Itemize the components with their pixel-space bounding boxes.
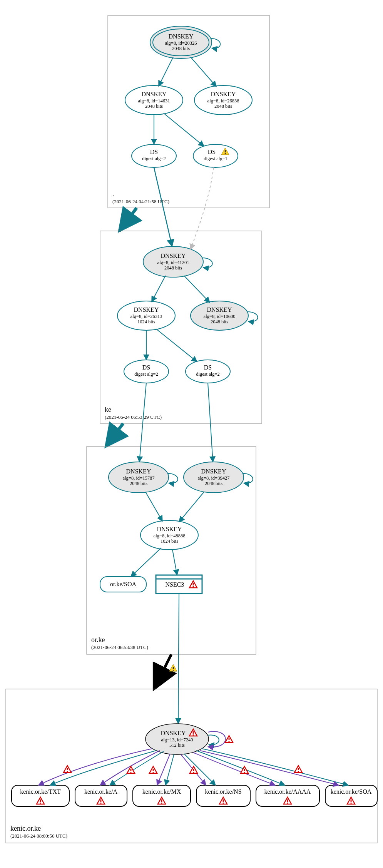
svg-text:512 bits: 512 bits (169, 743, 185, 748)
node-root-k1: DNSKEY alg=8, id=14631 2048 bits (125, 85, 183, 115)
svg-text:1024 bits: 1024 bits (161, 539, 178, 544)
svg-text:digest alg=2: digest alg=2 (134, 371, 158, 377)
node-orke-soa: or.ke/SOA (100, 577, 146, 592)
svg-text:DNSKEY: DNSKEY (142, 91, 167, 97)
svg-text:alg=8, id=10600: alg=8, id=10600 (204, 314, 236, 319)
svg-text:DS: DS (204, 364, 212, 371)
node-kenic-ns: kenic.or.ke/NS (196, 785, 250, 806)
svg-text:alg=8, id=41201: alg=8, id=41201 (157, 260, 189, 265)
svg-text:digest alg=2: digest alg=2 (196, 371, 220, 377)
error-icon (294, 766, 302, 773)
warning-icon (169, 664, 177, 671)
svg-text:alg=8, id=26313: alg=8, id=26313 (130, 314, 162, 319)
zone-root: . (2021-06-24 04:21:58 UTC) DNSKEY alg=8… (108, 15, 269, 208)
svg-text:kenic.or.ke/NS: kenic.or.ke/NS (205, 788, 241, 795)
svg-text:(2021-06-24 06:53:38 UTC): (2021-06-24 06:53:38 UTC) (91, 644, 148, 650)
node-kenic-aaaa: kenic.or.ke/AAAA (256, 785, 319, 806)
node-root-ksk: DNSKEY alg=8, id=20326 2048 bits (150, 26, 212, 59)
svg-text:DNSKEY: DNSKEY (161, 253, 186, 259)
error-icon (225, 736, 233, 743)
svg-text:alg=8, id=48888: alg=8, id=48888 (154, 533, 186, 539)
zone-kenic: kenic.or.ke (2021-06-24 08:00:56 UTC) DN… (6, 689, 377, 843)
svg-text:DS: DS (208, 149, 216, 155)
node-orke-nsec3: NSEC3 (156, 575, 202, 594)
svg-rect-69 (6, 689, 377, 843)
node-orke-k1: DNSKEY alg=8, id=15787 2048 bits (109, 462, 169, 493)
node-root-ds2: DS digest alg=1 (193, 144, 238, 167)
node-kenic-k: DNSKEY alg=13, id=7240 512 bits (146, 724, 209, 754)
error-icon (64, 766, 71, 773)
svg-text:DNSKEY: DNSKEY (169, 33, 194, 40)
svg-text:(2021-06-24 08:00:56 UTC): (2021-06-24 08:00:56 UTC) (10, 833, 67, 839)
svg-text:2048 bits: 2048 bits (164, 265, 182, 271)
svg-text:alg=8, id=20326: alg=8, id=20326 (165, 40, 197, 46)
svg-text:2048 bits: 2048 bits (172, 46, 190, 51)
svg-text:alg=8, id=39427: alg=8, id=39427 (198, 475, 230, 481)
svg-text:kenic.or.ke/SOA: kenic.or.ke/SOA (331, 788, 372, 795)
svg-text:digest alg=2: digest alg=2 (142, 156, 166, 161)
node-orke-k3: DNSKEY alg=8, id=48888 1024 bits (140, 520, 198, 550)
error-icon (149, 766, 157, 773)
svg-text:kenic.or.ke/AAAA: kenic.or.ke/AAAA (264, 788, 311, 795)
svg-text:DNSKEY: DNSKEY (207, 306, 232, 313)
svg-text:alg=8, id=15787: alg=8, id=15787 (123, 475, 155, 481)
svg-text:kenic.or.ke/MX: kenic.or.ke/MX (142, 788, 181, 795)
node-kenic-soa: kenic.or.ke/SOA (325, 785, 377, 806)
node-ke-ds2: DS digest alg=2 (186, 360, 230, 383)
svg-text:kenic.or.ke: kenic.or.ke (10, 825, 41, 832)
svg-text:DNSKEY: DNSKEY (157, 526, 182, 532)
svg-text:kenic.or.ke/A: kenic.or.ke/A (84, 788, 118, 795)
svg-text:alg=13, id=7240: alg=13, id=7240 (161, 737, 193, 743)
node-kenic-a: kenic.or.ke/A (75, 785, 127, 806)
error-icon (190, 766, 197, 773)
svg-text:1024 bits: 1024 bits (137, 319, 155, 324)
svg-text:.: . (112, 190, 114, 198)
svg-text:DNSKEY: DNSKEY (201, 468, 226, 475)
node-ke-ksk: DNSKEY alg=8, id=41201 2048 bits (143, 246, 203, 277)
svg-text:2048 bits: 2048 bits (145, 104, 163, 109)
svg-text:DNSKEY: DNSKEY (126, 468, 151, 475)
svg-text:DS: DS (142, 364, 150, 371)
svg-text:2048 bits: 2048 bits (211, 319, 228, 324)
zone-orke: or.ke (2021-06-24 06:53:38 UTC) DNSKEY a… (87, 383, 256, 654)
node-orke-k2: DNSKEY alg=8, id=39427 2048 bits (184, 462, 244, 493)
node-root-ds1: DS digest alg=2 (132, 144, 176, 167)
svg-text:kenic.or.ke/TXT: kenic.or.ke/TXT (20, 788, 61, 795)
svg-text:ke: ke (105, 406, 111, 413)
svg-text:2048 bits: 2048 bits (130, 481, 147, 486)
svg-text:(2021-06-24 06:53:29 UTC): (2021-06-24 06:53:29 UTC) (105, 414, 162, 420)
svg-text:2048 bits: 2048 bits (205, 481, 222, 486)
svg-text:NSEC3: NSEC3 (166, 581, 184, 588)
svg-text:alg=8, id=14631: alg=8, id=14631 (138, 98, 170, 104)
svg-text:or.ke: or.ke (91, 636, 105, 644)
node-root-k2: DNSKEY alg=8, id=26838 2048 bits (194, 85, 252, 115)
node-kenic-mx: kenic.or.ke/MX (133, 785, 191, 806)
node-kenic-txt: kenic.or.ke/TXT (12, 785, 69, 806)
svg-text:DNSKEY: DNSKEY (211, 91, 236, 97)
node-ke-k2: DNSKEY alg=8, id=10600 2048 bits (191, 301, 248, 330)
zone-ke: ke (2021-06-24 06:53:29 UTC) DNSKEY alg=… (100, 167, 262, 423)
svg-text:2048 bits: 2048 bits (214, 104, 232, 109)
node-ke-ds1: DS digest alg=2 (124, 360, 169, 383)
svg-text:DNSKEY: DNSKEY (161, 730, 186, 736)
svg-text:DNSKEY: DNSKEY (134, 306, 159, 313)
svg-text:DS: DS (150, 149, 158, 155)
dnssec-diagram: . (2021-06-24 04:21:58 UTC) DNSKEY alg=8… (0, 0, 383, 868)
svg-text:digest alg=1: digest alg=1 (204, 156, 227, 161)
svg-text:alg=8, id=26838: alg=8, id=26838 (207, 98, 239, 104)
node-ke-k1: DNSKEY alg=8, id=26313 1024 bits (117, 301, 175, 330)
svg-text:or.ke/SOA: or.ke/SOA (110, 581, 136, 587)
